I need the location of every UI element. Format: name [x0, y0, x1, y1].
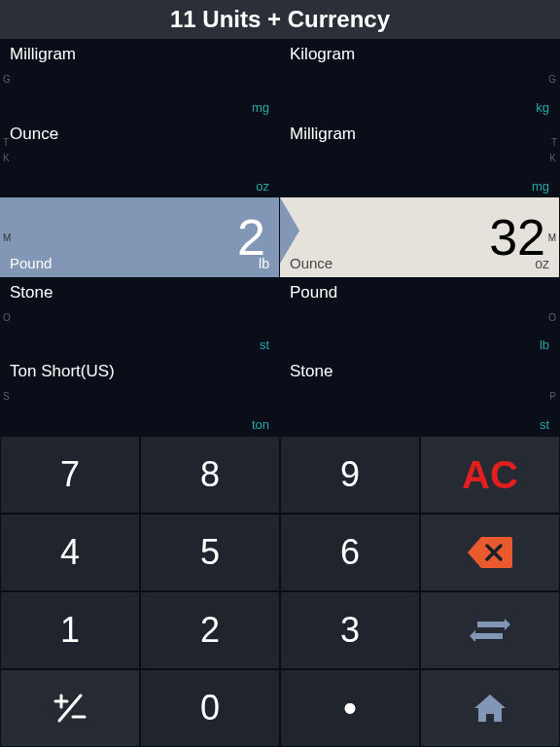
key-home[interactable] [420, 669, 560, 747]
wheel-letter: P [549, 391, 556, 402]
unit-abbrev: st [540, 417, 549, 432]
unit-abbrev: ton [252, 417, 269, 432]
unit-cell-right[interactable]: O Pound lb [280, 277, 560, 357]
key-sign[interactable] [0, 669, 140, 747]
wheel-letter: G [548, 73, 556, 84]
home-icon [472, 693, 508, 724]
unit-cell-right[interactable]: K Milligram mg [280, 119, 560, 198]
unit-abbrev: st [260, 338, 269, 352]
unit-cell-left[interactable]: S Ton Short(US) ton [0, 356, 280, 436]
key-5[interactable]: 5 [140, 514, 280, 591]
backspace-icon [468, 537, 512, 568]
wheel-letter: T [3, 137, 9, 338]
unit-list: G Milligram mg G Kilogram kg K Ounce oz … [0, 39, 560, 436]
key-2[interactable]: 2 [140, 591, 280, 669]
key-dot[interactable]: • [280, 669, 420, 747]
unit-abbrev: mg [532, 179, 549, 194]
unit-abbrev: oz [535, 256, 549, 271]
key-label: 1 [60, 610, 80, 651]
key-0[interactable]: 0 [140, 669, 280, 747]
key-label: 2 [200, 610, 220, 651]
unit-name: Kilogram [290, 45, 549, 64]
unit-abbrev: lb [259, 256, 269, 271]
key-label: 3 [340, 610, 360, 651]
unit-row[interactable]: O Stone st O Pound lb [0, 277, 560, 357]
key-label: AC [462, 453, 518, 497]
key-1[interactable]: 1 [0, 591, 140, 669]
key-label: 6 [340, 532, 360, 573]
unit-abbrev: mg [252, 100, 269, 115]
key-6[interactable]: 6 [280, 514, 420, 591]
keypad: 7 8 9 AC 4 5 6 1 2 3 [0, 436, 560, 747]
unit-abbrev: oz [256, 179, 269, 194]
unit-name: Pound [290, 283, 549, 302]
header-bar: 11 Units + Currency [0, 0, 560, 39]
unit-name: Milligram [290, 124, 549, 144]
unit-row-selected[interactable]: M 2 Pound lb M 32 Ounce oz [0, 197, 560, 277]
key-label: 5 [200, 532, 220, 573]
unit-name: Stone [290, 362, 549, 381]
key-label: 0 [200, 688, 220, 729]
unit-name: Pound [10, 255, 52, 271]
unit-cell-right[interactable]: G Kilogram kg [280, 39, 560, 119]
unit-abbrev: lb [540, 338, 549, 352]
key-7[interactable]: 7 [0, 436, 140, 514]
key-label: 7 [60, 454, 80, 495]
plus-minus-icon [53, 692, 87, 725]
unit-cell-left[interactable]: K Ounce oz [0, 119, 280, 198]
wheel-letter: S [3, 391, 10, 402]
unit-row[interactable]: G Milligram mg G Kilogram kg [0, 39, 560, 119]
unit-row[interactable]: S Ton Short(US) ton P Stone st [0, 356, 560, 436]
unit-row[interactable]: K Ounce oz K Milligram mg [0, 119, 560, 198]
key-9[interactable]: 9 [280, 436, 420, 514]
unit-name: Milligram [10, 45, 269, 64]
wheel-letter: G [3, 73, 11, 84]
unit-abbrev: kg [536, 100, 549, 115]
key-4[interactable]: 4 [0, 514, 140, 591]
unit-name: Ton Short(US) [10, 362, 269, 381]
header-title: 11 Units + Currency [170, 6, 390, 33]
swap-icon [470, 616, 510, 645]
key-label: 9 [340, 454, 360, 495]
unit-cell-right-selected[interactable]: M 32 Ounce oz [280, 197, 560, 277]
unit-cell-left-selected[interactable]: M 2 Pound lb [0, 197, 280, 277]
unit-name: Ounce [10, 124, 269, 144]
unit-cell-left[interactable]: O Stone st [0, 277, 280, 357]
unit-name: Ounce [290, 255, 332, 271]
key-3[interactable]: 3 [280, 591, 420, 669]
key-8[interactable]: 8 [140, 436, 280, 514]
unit-cell-right[interactable]: P Stone st [280, 356, 560, 436]
key-swap[interactable] [420, 591, 560, 669]
key-label: 8 [200, 454, 220, 495]
unit-cell-left[interactable]: G Milligram mg [0, 39, 280, 119]
key-clear[interactable]: AC [420, 436, 560, 514]
key-label: 4 [60, 532, 80, 573]
key-backspace[interactable] [420, 514, 560, 591]
unit-name: Stone [10, 283, 269, 302]
wheel-letter: T [551, 137, 557, 338]
